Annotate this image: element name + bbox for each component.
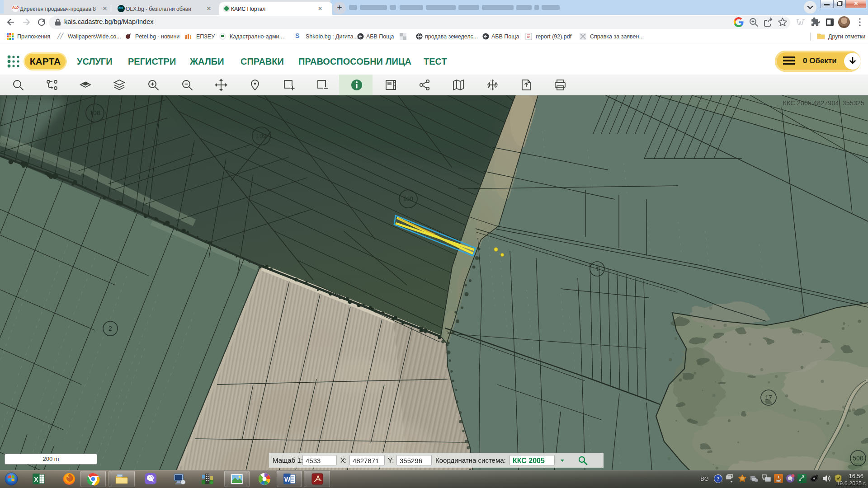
svg-text:X: X — [34, 476, 38, 483]
svg-text:?: ? — [717, 476, 720, 482]
svg-text:W: W — [284, 476, 291, 483]
